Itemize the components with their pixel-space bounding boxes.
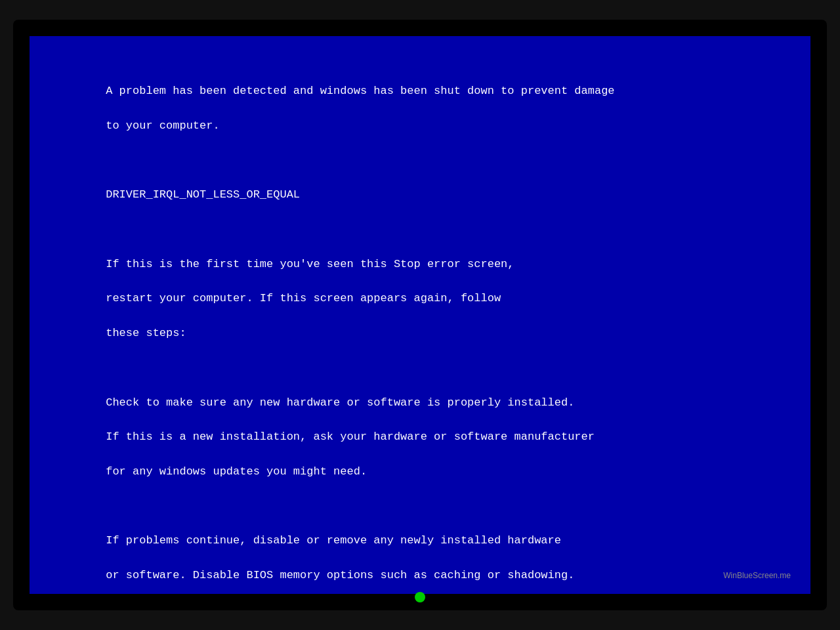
- watermark: WinBlueScreen.me: [723, 570, 791, 582]
- bsod-check-2: If this is a new installation, ask your …: [106, 430, 595, 443]
- power-indicator: [415, 592, 425, 602]
- bsod-line2: to your computer.: [106, 119, 219, 132]
- bsod-problems-2: or software. Disable BIOS memory options…: [106, 569, 574, 581]
- bsod-check-3: for any windows updates you might need.: [106, 465, 367, 478]
- bsod-content: A problem has been detected and windows …: [66, 66, 774, 594]
- bsod-first-time-1: If this is the first time you've seen th…: [106, 258, 514, 270]
- bsod-check-1: Check to make sure any new hardware or s…: [106, 396, 574, 409]
- bsod-first-time-2: restart your computer. If this screen ap…: [106, 292, 501, 304]
- bsod-problems-1: If problems continue, disable or remove …: [106, 534, 561, 547]
- bsod-error-code: DRIVER_IRQL_NOT_LESS_OR_EQUAL: [106, 188, 300, 201]
- bsod-screen: A problem has been detected and windows …: [30, 36, 810, 594]
- bsod-first-time-3: these steps:: [106, 327, 186, 339]
- monitor-bezel: A problem has been detected and windows …: [13, 20, 827, 610]
- bsod-line1: A problem has been detected and windows …: [106, 85, 614, 97]
